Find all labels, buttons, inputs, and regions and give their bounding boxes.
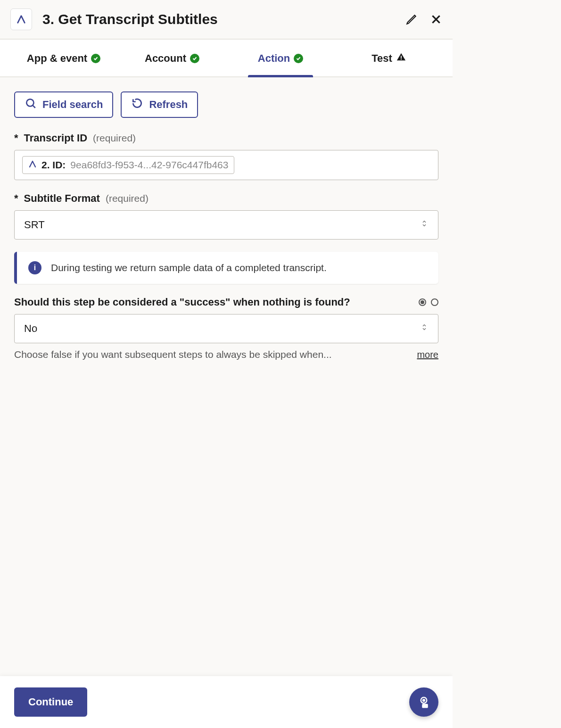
step-tabs: App & event Account Action Test bbox=[0, 40, 453, 77]
tab-label: Action bbox=[258, 52, 290, 65]
required-hint: (required) bbox=[106, 193, 148, 204]
button-label: Refresh bbox=[149, 99, 188, 111]
check-icon bbox=[294, 54, 303, 63]
chevron-updown-icon bbox=[420, 218, 429, 232]
info-icon: i bbox=[28, 261, 41, 274]
radio-indicator[interactable] bbox=[419, 298, 438, 306]
search-icon bbox=[25, 97, 37, 112]
info-banner: i During testing we return sample data o… bbox=[14, 252, 438, 284]
app-icon bbox=[10, 8, 32, 30]
button-label: Field search bbox=[42, 99, 103, 111]
field-transcript-id: * Transcript ID (required) 2. ID: 9ea68f… bbox=[14, 132, 438, 180]
svg-rect-0 bbox=[401, 56, 402, 58]
field-subtitle-format: * Subtitle Format (required) SRT bbox=[14, 192, 438, 240]
tab-label: Test bbox=[371, 52, 392, 65]
chevron-updown-icon bbox=[420, 322, 429, 335]
select-value: No bbox=[24, 323, 37, 335]
pill-label: 2. ID: bbox=[41, 159, 66, 171]
warning-icon bbox=[396, 52, 406, 65]
mapped-field-pill[interactable]: 2. ID: 9ea68fd3-f953-4...42-976c447fb463 bbox=[22, 156, 234, 174]
app-icon bbox=[28, 159, 37, 171]
info-text: During testing we return sample data of … bbox=[51, 262, 327, 273]
svg-point-4 bbox=[423, 699, 425, 701]
step-title: 3. Get Transcript Subtitles bbox=[42, 11, 405, 27]
radio-off-icon bbox=[431, 298, 438, 306]
refresh-button[interactable]: Refresh bbox=[121, 91, 198, 118]
field-search-button[interactable]: Field search bbox=[14, 91, 113, 118]
field-label: Transcript ID bbox=[24, 132, 87, 144]
action-form: Field search Refresh * Transcript ID (re… bbox=[0, 77, 453, 429]
editor-header: 3. Get Transcript Subtitles bbox=[0, 0, 453, 39]
select-value: SRT bbox=[24, 219, 45, 231]
field-label: Should this step be considered a "succes… bbox=[14, 296, 412, 308]
tab-action[interactable]: Action bbox=[226, 40, 335, 76]
subtitle-format-select[interactable]: SRT bbox=[14, 210, 438, 240]
rename-icon[interactable] bbox=[405, 13, 418, 25]
more-link[interactable]: more bbox=[417, 349, 438, 360]
svg-rect-1 bbox=[401, 59, 402, 60]
tab-account[interactable]: Account bbox=[118, 40, 226, 76]
pill-value: 9ea68fd3-f953-4...42-976c447fb463 bbox=[70, 159, 228, 171]
editor-footer: Continue bbox=[0, 676, 453, 728]
radio-on-icon bbox=[419, 298, 426, 306]
tab-label: App & event bbox=[27, 52, 87, 65]
field-label: Subtitle Format bbox=[24, 192, 100, 205]
required-hint: (required) bbox=[93, 132, 136, 144]
required-mark: * bbox=[14, 132, 18, 144]
tab-app-event[interactable]: App & event bbox=[9, 40, 118, 76]
transcript-id-input[interactable]: 2. ID: 9ea68fd3-f953-4...42-976c447fb463 bbox=[14, 150, 438, 180]
tab-label: Account bbox=[145, 52, 186, 65]
svg-point-2 bbox=[26, 99, 33, 106]
check-icon bbox=[91, 54, 100, 63]
close-icon[interactable] bbox=[430, 13, 442, 25]
continue-button[interactable]: Continue bbox=[14, 687, 87, 717]
check-icon bbox=[190, 54, 199, 63]
help-text: Choose false if you want subsequent step… bbox=[14, 349, 332, 360]
success-when-empty-select[interactable]: No bbox=[14, 314, 438, 343]
help-fab[interactable] bbox=[409, 687, 438, 717]
required-mark: * bbox=[14, 192, 18, 205]
refresh-icon bbox=[131, 97, 143, 112]
svg-rect-5 bbox=[422, 704, 428, 708]
field-success-when-empty: Should this step be considered a "succes… bbox=[14, 296, 438, 360]
tab-test[interactable]: Test bbox=[335, 40, 443, 76]
